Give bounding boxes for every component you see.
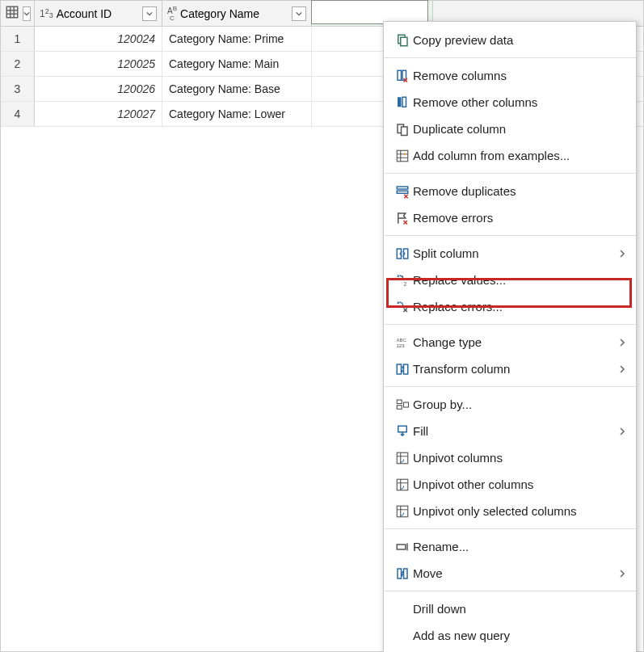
split-column-icon xyxy=(392,246,413,261)
menu-add-column-examples[interactable]: Add column from examples... xyxy=(384,142,636,169)
group-by-icon xyxy=(392,398,413,412)
replace-errors-icon xyxy=(392,300,413,314)
submenu-arrow-icon xyxy=(618,567,626,580)
menu-rename[interactable]: Rename... xyxy=(384,533,636,560)
menu-group-by[interactable]: Group by... xyxy=(384,391,636,418)
cell-category-name[interactable]: Category Name: Main xyxy=(162,52,312,76)
menu-separator xyxy=(384,386,636,387)
cell-account-id[interactable]: 120026 xyxy=(35,77,162,101)
menu-add-as-new-query[interactable]: Add as new query xyxy=(384,622,636,649)
column-filter-button[interactable] xyxy=(142,6,157,21)
column-header-category-name[interactable]: ABC Category Name xyxy=(162,1,312,26)
text-type-icon: ABC xyxy=(167,5,177,22)
menu-move[interactable]: Move xyxy=(384,560,636,587)
unpivot-other-icon xyxy=(392,477,413,492)
copy-icon xyxy=(392,33,413,48)
submenu-arrow-icon xyxy=(618,363,626,376)
cell-category-name[interactable]: Category Name: Base xyxy=(162,77,312,101)
column-name: Category Name xyxy=(180,7,288,20)
fill-icon xyxy=(392,424,413,439)
column-name: Account ID xyxy=(57,7,139,20)
menu-change-type[interactable]: Change type xyxy=(384,329,636,355)
column-context-menu: Copy preview data Remove columns Remove … xyxy=(383,21,637,652)
row-number[interactable]: 4 xyxy=(1,102,35,126)
table-corner[interactable] xyxy=(1,1,35,26)
submenu-arrow-icon xyxy=(618,336,626,349)
row-number[interactable]: 3 xyxy=(1,77,35,101)
unpivot-icon xyxy=(392,451,413,465)
menu-replace-values[interactable]: Replace values... xyxy=(384,267,636,293)
menu-drill-down[interactable]: Drill down xyxy=(384,595,636,622)
menu-remove-duplicates[interactable]: Remove duplicates xyxy=(384,178,636,204)
menu-transform-column[interactable]: Transform column xyxy=(384,355,636,382)
cell-category-name[interactable]: Category Name: Prime xyxy=(162,27,312,51)
cell-account-id[interactable]: 120027 xyxy=(35,102,162,126)
menu-remove-other-columns[interactable]: Remove other columns xyxy=(384,89,636,116)
table-icon xyxy=(5,5,19,22)
menu-replace-errors[interactable]: Replace errors... xyxy=(384,293,636,320)
duplicate-icon xyxy=(392,122,413,137)
column-filter-button[interactable] xyxy=(292,6,306,21)
submenu-arrow-icon xyxy=(618,425,626,438)
menu-split-column[interactable]: Split column xyxy=(384,240,636,267)
cell-account-id[interactable]: 120024 xyxy=(35,27,162,51)
add-column-examples-icon xyxy=(392,149,413,163)
column-header-account-id[interactable]: 123 Account ID xyxy=(35,1,162,26)
remove-other-columns-icon xyxy=(392,95,413,110)
menu-separator xyxy=(384,324,636,325)
menu-unpivot-other-columns[interactable]: Unpivot other columns xyxy=(384,471,636,498)
menu-remove-errors[interactable]: Remove errors xyxy=(384,204,636,231)
menu-separator xyxy=(384,591,636,591)
menu-unpivot-columns[interactable]: Unpivot columns xyxy=(384,444,636,471)
remove-columns-icon xyxy=(392,69,413,83)
submenu-arrow-icon xyxy=(618,247,626,260)
remove-errors-icon xyxy=(392,211,413,225)
row-number[interactable]: 2 xyxy=(1,52,35,76)
remove-duplicates-icon xyxy=(392,184,413,199)
number-type-icon: 123 xyxy=(40,8,53,19)
table-menu-button[interactable] xyxy=(23,6,31,21)
replace-values-icon xyxy=(392,273,413,288)
cell-account-id[interactable]: 120025 xyxy=(35,52,162,76)
menu-fill[interactable]: Fill xyxy=(384,418,636,444)
row-number[interactable]: 1 xyxy=(1,27,35,51)
menu-duplicate-column[interactable]: Duplicate column xyxy=(384,116,636,142)
transform-column-icon xyxy=(392,362,413,376)
menu-unpivot-selected-columns[interactable]: Unpivot only selected columns xyxy=(384,498,636,524)
move-icon xyxy=(392,566,413,581)
menu-separator xyxy=(384,57,636,58)
menu-separator xyxy=(384,235,636,236)
change-type-icon xyxy=(392,335,413,350)
menu-remove-columns[interactable]: Remove columns xyxy=(384,62,636,89)
unpivot-selected-icon xyxy=(392,504,413,519)
menu-separator xyxy=(384,173,636,174)
rename-icon xyxy=(392,540,413,554)
menu-separator xyxy=(384,528,636,529)
menu-copy-preview[interactable]: Copy preview data xyxy=(384,27,636,53)
cell-category-name[interactable]: Category Name: Lower xyxy=(162,102,312,126)
